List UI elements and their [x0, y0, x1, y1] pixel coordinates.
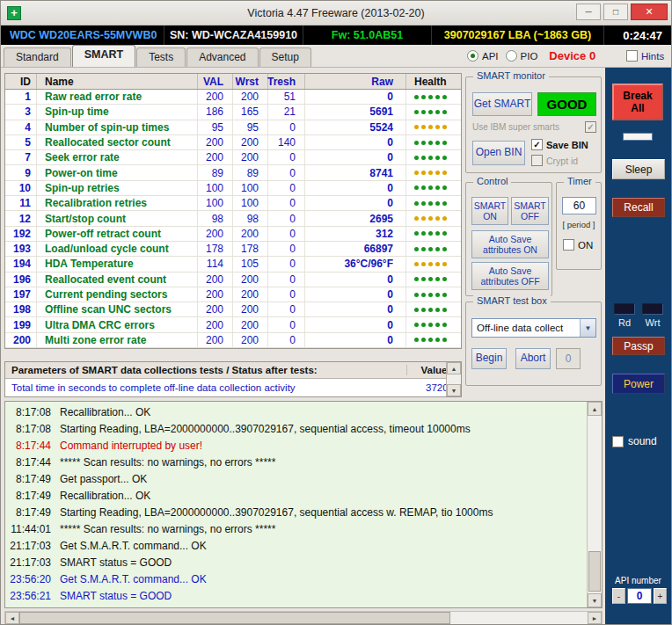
sound-checkbox[interactable]: [612, 436, 624, 447]
table-row[interactable]: 194HDA Temperature114105036°C/96°F: [5, 257, 461, 272]
table-row[interactable]: 4Number of spin-up times959505524: [5, 120, 461, 135]
passport-button[interactable]: Passp: [612, 337, 665, 355]
attr-raw: 2695: [305, 211, 406, 225]
health-dot: [421, 185, 426, 190]
scrollbar-thumb[interactable]: [588, 551, 601, 592]
scrollbar-track[interactable]: [19, 612, 588, 624]
tab-setup[interactable]: Setup: [259, 47, 311, 67]
table-row[interactable]: 1Raw read error rate200200510: [5, 90, 461, 105]
abort-test-button[interactable]: Abort: [515, 348, 551, 369]
tab-standard[interactable]: Standard: [4, 47, 71, 67]
health-dot: [428, 185, 433, 190]
open-bin-button[interactable]: Open BIN: [472, 141, 525, 165]
table-row[interactable]: 7Seek error rate20020000: [5, 150, 461, 165]
attr-tresh: 51: [268, 90, 305, 104]
close-button[interactable]: ✕: [631, 4, 668, 20]
sleep-button[interactable]: Sleep: [612, 159, 665, 179]
api-radio[interactable]: [467, 50, 478, 62]
minimize-button[interactable]: ─: [576, 4, 601, 20]
horizontal-scrollbar[interactable]: ◄ ►: [4, 611, 603, 625]
smart-status-indicator: GOOD: [537, 92, 596, 116]
plus-icon[interactable]: +: [654, 588, 667, 604]
chevron-down-icon[interactable]: ▼: [580, 319, 595, 337]
tab-smart[interactable]: SMART: [72, 45, 135, 67]
autosave-off-button[interactable]: Auto Save attributes OFF: [471, 262, 549, 290]
get-smart-button[interactable]: Get SMART: [472, 92, 532, 116]
table-row[interactable]: 9Power-on time898908741: [5, 165, 461, 180]
attr-name: Number of spin-up times: [37, 120, 198, 134]
health-dot: [421, 308, 426, 312]
window-controls: ─ □ ✕: [576, 4, 668, 20]
attr-name: Power-off retract count: [37, 227, 198, 241]
scroll-down-icon[interactable]: ▼: [447, 384, 461, 396]
attr-val: 200: [198, 135, 233, 149]
table-row[interactable]: 11Recalibration retries10010000: [5, 196, 461, 211]
table-row[interactable]: 197Current pending sectors20020000: [5, 287, 461, 302]
health-dot: [421, 277, 426, 281]
maximize-button[interactable]: □: [603, 4, 628, 20]
scroll-down-icon[interactable]: ▼: [588, 593, 602, 607]
health-dot: [414, 95, 419, 99]
attr-wrst: 165: [233, 105, 268, 119]
recall-button[interactable]: Recall: [612, 198, 665, 217]
minus-icon[interactable]: -: [612, 588, 625, 604]
table-row[interactable]: 10Spin-up retries10010000: [5, 181, 461, 196]
log-lines: 8:17:08Recallibration... OK8:17:08Starti…: [5, 403, 587, 604]
tab-tests[interactable]: Tests: [136, 47, 186, 67]
device-selector[interactable]: Device 0: [549, 49, 595, 62]
scroll-right-icon[interactable]: ►: [588, 612, 602, 624]
attr-health: [406, 90, 459, 104]
scroll-up-icon[interactable]: ▲: [447, 362, 461, 374]
pio-radio[interactable]: [506, 50, 517, 62]
table-row[interactable]: 193Load/unload cycle count178178066897: [5, 242, 461, 257]
attr-id: 197: [5, 287, 37, 302]
table-row[interactable]: 3Spin-up time186165215691: [5, 105, 461, 120]
params-scrollbar[interactable]: ▲ ▼: [446, 362, 461, 396]
hints-control: Hints: [626, 50, 664, 62]
tab-advanced[interactable]: Advanced: [186, 47, 258, 67]
table-row[interactable]: 196Reallocated event count20020000: [5, 273, 461, 287]
health-dot: [428, 171, 433, 175]
attr-health: [406, 302, 459, 316]
save-bin-checkbox[interactable]: ✓: [531, 139, 543, 150]
params-row[interactable]: Total time in seconds to complete off-li…: [5, 379, 461, 396]
table-row[interactable]: 200Multi zone error rate20020000: [5, 333, 461, 348]
autosave-on-button[interactable]: Auto Save attributes ON: [471, 230, 549, 258]
table-row[interactable]: 192Power-off retract count2002000312: [5, 227, 461, 242]
table-row[interactable]: 198Offline scan UNC sectors20020000: [5, 302, 461, 317]
scroll-left-icon[interactable]: ◄: [5, 612, 19, 624]
attr-wrst: 200: [233, 302, 268, 316]
scroll-up-icon[interactable]: ▲: [588, 402, 602, 416]
timer-on-checkbox[interactable]: [563, 239, 574, 251]
break-all-button[interactable]: Break All: [612, 84, 663, 120]
log-scrollbar[interactable]: ▲ ▼: [587, 402, 602, 607]
log-time: 23:56:21: [5, 590, 60, 602]
table-row[interactable]: 199Ultra DMA CRC errors20020000: [5, 317, 461, 332]
attr-name: Load/unload cycle count: [37, 242, 198, 256]
scrollbar-thumb[interactable]: [19, 612, 450, 624]
health-dot: [435, 323, 440, 327]
api-number-value: 0: [627, 588, 652, 604]
ibm-smarts-checkbox[interactable]: ✓: [585, 121, 596, 133]
attr-val: 200: [198, 273, 233, 287]
test-type-dropdown[interactable]: Off-line data collect ▼: [471, 318, 596, 338]
smart-off-button[interactable]: SMART OFF: [511, 197, 549, 225]
attr-val: 98: [198, 211, 233, 225]
power-button[interactable]: Power: [612, 374, 665, 394]
timer-period-input[interactable]: 60: [562, 197, 596, 214]
log-time: 8:17:49: [5, 490, 60, 502]
hints-checkbox[interactable]: [626, 50, 638, 62]
health-dot: [428, 293, 433, 297]
smart-on-button[interactable]: SMART ON: [471, 197, 508, 225]
health-dot: [421, 338, 426, 342]
attr-name: Reallocated sector count: [37, 135, 198, 149]
health-dot: [421, 171, 426, 175]
crypt-id-checkbox[interactable]: [531, 155, 543, 166]
table-row[interactable]: 12Start/stop count989802695: [5, 211, 461, 226]
attr-raw: 0: [305, 317, 406, 331]
begin-test-button[interactable]: Begin: [471, 348, 507, 369]
health-dot: [421, 141, 426, 145]
health-dot: [428, 95, 433, 99]
attr-tresh: 0: [268, 227, 305, 241]
table-row[interactable]: 5Reallocated sector count2002001400: [5, 135, 461, 150]
